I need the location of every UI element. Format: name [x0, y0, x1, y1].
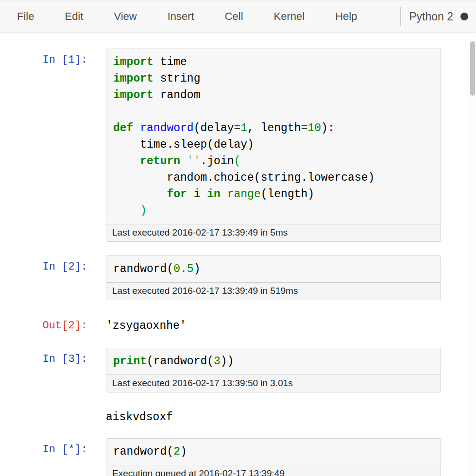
- input-prompt-1: In [1]:: [0, 49, 87, 242]
- scrollbar-track[interactable]: [469, 34, 476, 476]
- code-cell-4-running: In [*]: randword(2) Execution queued at …: [0, 438, 441, 476]
- kernel-busy-indicator-icon: [460, 13, 468, 20]
- stream-output-3: aiskvdsoxf: [0, 405, 441, 424]
- execution-time-footer-3: Last executed 2016-02-17 13:39:50 in 3.0…: [106, 374, 441, 392]
- code-editor-2[interactable]: randword(0.5): [106, 256, 441, 282]
- code-cell-1: In [1]: import timeimport stringimport r…: [0, 49, 441, 242]
- code-editor-3[interactable]: print(randword(3)): [106, 348, 441, 374]
- input-prompt-3: In [3]:: [0, 348, 87, 392]
- output-result-text-2: 'zsygaoxnhe': [106, 314, 187, 332]
- kernel-name: Python 2: [409, 10, 453, 23]
- menu-item-help[interactable]: Help: [335, 10, 357, 23]
- code-input-area-4[interactable]: randword(2) Execution queued at 2016-02-…: [106, 438, 441, 476]
- jupyter-notebook-app: File Edit View Insert Cell Kernel Help P…: [0, 0, 476, 476]
- output-area-2: Out[2]: 'zsygaoxnhe': [0, 314, 441, 332]
- execution-time-footer-2: Last executed 2016-02-17 13:39:49 in 519…: [106, 282, 441, 300]
- main-menu: File Edit View Insert Cell Kernel Help: [17, 10, 357, 23]
- code-cell-2: In [2]: randword(0.5) Last executed 2016…: [0, 255, 441, 300]
- code-input-area-3[interactable]: print(randword(3)) Last executed 2016-02…: [106, 348, 441, 392]
- code-editor-1[interactable]: import timeimport stringimport random de…: [106, 49, 441, 224]
- menu-item-insert[interactable]: Insert: [168, 10, 194, 23]
- kernel-indicator-area: Python 2: [400, 7, 468, 26]
- code-input-area-2[interactable]: randword(0.5) Last executed 2016-02-17 1…: [106, 255, 441, 300]
- code-input-area-1[interactable]: import timeimport stringimport random de…: [106, 49, 441, 242]
- menu-item-cell[interactable]: Cell: [225, 10, 243, 23]
- code-editor-4[interactable]: randword(2): [106, 439, 441, 465]
- menu-bar: File Edit View Insert Cell Kernel Help P…: [0, 0, 476, 33]
- stream-output-text-3: aiskvdsoxf: [106, 405, 173, 424]
- execution-queued-footer-4: Execution queued at 2016-02-17 13:39:49: [106, 465, 441, 476]
- output-prompt-empty: [0, 405, 87, 424]
- menu-item-edit[interactable]: Edit: [65, 10, 83, 23]
- menu-item-file[interactable]: File: [17, 10, 34, 23]
- input-prompt-4: In [*]:: [0, 438, 87, 476]
- menu-item-view[interactable]: View: [114, 10, 136, 23]
- output-prompt-2: Out[2]:: [0, 314, 87, 332]
- code-cell-3: In [3]: print(randword(3)) Last executed…: [0, 348, 441, 392]
- execution-time-footer-1: Last executed 2016-02-17 13:39:49 in 5ms: [106, 224, 441, 241]
- input-prompt-2: In [2]:: [0, 255, 87, 300]
- notebook-container: In [1]: import timeimport stringimport r…: [0, 33, 476, 476]
- menu-item-kernel[interactable]: Kernel: [274, 10, 305, 23]
- scrollbar-thumb[interactable]: [470, 41, 475, 96]
- menu-separator: [400, 7, 401, 26]
